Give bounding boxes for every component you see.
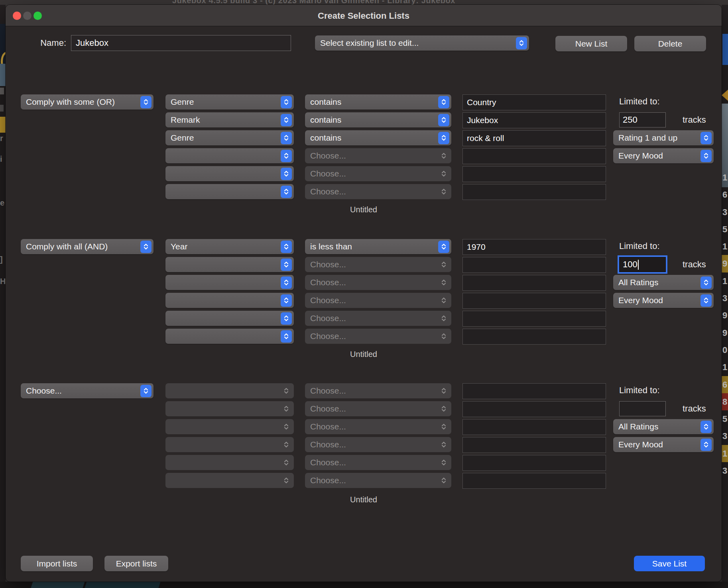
rule-value-input[interactable] [462,166,606,182]
updown-chevron-icon [281,186,292,198]
delete-button[interactable]: Delete [634,36,706,51]
field-select[interactable]: Year [165,239,294,254]
new-list-button[interactable]: New List [555,36,627,51]
track-limit-input[interactable]: 100 [619,257,666,272]
operator-select[interactable]: is less than [305,239,451,254]
operator-select[interactable]: Choose... [305,473,451,488]
rule-value-input[interactable] [462,311,606,327]
updown-chevron-icon [281,312,292,325]
background-track-digit: 9 [722,324,728,341]
export-lists-button[interactable]: Export lists [104,556,168,571]
field-select[interactable] [165,383,294,398]
save-list-button[interactable]: Save List [634,556,705,571]
track-limit-input[interactable]: 250 [619,112,666,127]
rating-select[interactable]: All Ratings [613,419,714,434]
operator-select[interactable]: contains [305,94,451,110]
mood-select[interactable]: Every Mood [613,293,714,308]
field-select[interactable] [165,311,294,326]
list-name-input[interactable] [71,35,291,51]
tracks-label: tracks [683,404,706,414]
field-select[interactable] [165,184,294,199]
mood-select[interactable]: Every Mood [613,148,714,163]
updown-chevron-icon [438,150,449,162]
field-select[interactable] [165,329,294,344]
updown-chevron-icon [140,385,152,397]
rule-value-input[interactable] [462,293,606,309]
operator-select[interactable]: contains [305,112,451,127]
background-track-digit: 1 [722,359,728,376]
rule-value-input[interactable] [462,437,606,453]
field-select[interactable]: Remark [165,112,294,127]
field-select[interactable] [165,257,294,272]
field-select[interactable]: Genre [165,94,294,110]
rule-value-input[interactable] [462,455,606,471]
field-select[interactable] [165,437,294,452]
track-limit-input[interactable] [619,401,666,416]
field-select[interactable] [165,293,294,308]
rule-value-input[interactable] [462,329,606,345]
combinator-select[interactable]: Comply with some (OR) [21,94,153,110]
field-select[interactable] [165,419,294,434]
background-triangle [722,90,728,101]
operator-select[interactable]: Choose... [305,184,451,199]
background-bottom-strip [0,582,728,588]
operator-select-label: Choose... [310,386,346,396]
rule-value-input[interactable] [462,239,606,255]
operator-select[interactable]: Choose... [305,166,451,181]
rule-value-input[interactable] [462,419,606,435]
operator-select[interactable]: Choose... [305,275,451,290]
rule-value-input[interactable] [462,130,606,146]
operator-select[interactable]: Choose... [305,401,451,416]
rule-value-input[interactable] [462,383,606,399]
operator-select[interactable]: contains [305,130,451,145]
combinator-select[interactable]: Choose... [21,383,153,398]
field-select[interactable] [165,166,294,181]
field-select[interactable] [165,401,294,416]
operator-select[interactable]: Choose... [305,329,451,344]
existing-list-select[interactable]: Select existing list to edit... [315,35,529,51]
rating-select[interactable]: Rating 1 and up [613,130,714,145]
background-window-titlebar: Jukebox 4.5.5 build 3 - (c) 2023 Mario v… [0,0,728,5]
titlebar: Create Selection Lists [6,5,722,26]
limited-to-label: Limited to: [619,385,660,396]
import-lists-button[interactable]: Import lists [21,556,93,571]
background-glyph-fragment: ] [0,255,3,264]
field-select[interactable] [165,148,294,163]
operator-select[interactable]: Choose... [305,293,451,308]
mood-select-label: Every Mood [618,151,663,161]
operator-select[interactable]: Choose... [305,311,451,326]
operator-select[interactable]: Choose... [305,419,451,434]
rule-value-input[interactable] [462,473,606,489]
rule-value-input[interactable] [462,94,606,110]
operator-select[interactable]: Choose... [305,257,451,272]
rating-select[interactable]: All Ratings [613,275,714,290]
rule-value-input[interactable] [462,148,606,164]
operator-select[interactable]: Choose... [305,383,451,398]
background-track-digit: 8 [722,393,728,410]
operator-select-label: Choose... [310,422,346,431]
field-select[interactable]: Genre [165,130,294,145]
rule-value-input[interactable] [462,401,606,417]
combinator-select[interactable]: Comply with all (AND) [21,239,153,254]
rule-value-input[interactable] [462,257,606,273]
rating-select-label: Rating 1 and up [618,133,677,143]
rule-value-input[interactable] [462,184,606,200]
operator-select-label: Choose... [310,187,346,196]
operator-select-label: Choose... [310,151,346,161]
field-select[interactable] [165,455,294,470]
background-track-digits: 163519139901685313 [722,169,728,479]
zoom-button[interactable] [33,12,42,20]
minimize-button[interactable] [23,12,31,20]
updown-chevron-icon [438,294,449,307]
field-select[interactable] [165,275,294,290]
operator-select[interactable]: Choose... [305,437,451,452]
field-select[interactable] [165,473,294,488]
rating-select-label: All Ratings [618,278,658,287]
rule-value-input[interactable] [462,275,606,291]
rule-value-input[interactable] [462,112,606,128]
operator-select[interactable]: Choose... [305,148,451,163]
operator-select[interactable]: Choose... [305,455,451,470]
close-button[interactable] [13,12,21,20]
mood-select[interactable]: Every Mood [613,437,714,452]
updown-chevron-icon [281,132,292,144]
